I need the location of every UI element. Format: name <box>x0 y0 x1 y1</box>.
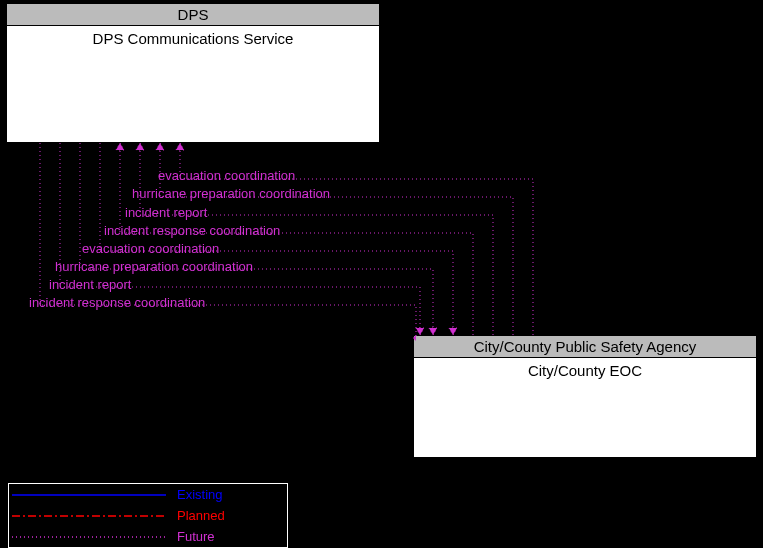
flow-label-4: incident response coordination <box>104 223 280 238</box>
entity-dps: DPS DPS Communications Service <box>6 3 380 143</box>
entity-dps-header: DPS <box>7 4 379 26</box>
flow-label-2: hurricane preparation coordination <box>132 186 330 201</box>
legend-row-existing: Existing <box>9 484 287 505</box>
legend: Existing Planned Future <box>8 483 288 548</box>
legend-text-future: Future <box>177 529 215 544</box>
entity-eoc-header: City/County Public Safety Agency <box>414 336 756 358</box>
flow-label-5: evacuation coordination <box>82 241 219 256</box>
flow-label-1: evacuation coordination <box>158 168 295 183</box>
svg-marker-6 <box>449 328 457 335</box>
legend-row-future: Future <box>9 526 287 547</box>
legend-row-planned: Planned <box>9 505 287 526</box>
legend-line-planned <box>9 505 169 526</box>
svg-marker-5 <box>116 143 124 150</box>
legend-text-planned: Planned <box>177 508 225 523</box>
svg-marker-7 <box>429 328 437 335</box>
entity-eoc-title: City/County EOC <box>414 358 756 383</box>
svg-marker-2 <box>176 143 184 150</box>
flow-label-8: incident response coordination <box>29 295 205 310</box>
svg-marker-4 <box>136 143 144 150</box>
svg-marker-3 <box>156 143 164 150</box>
svg-marker-8 <box>416 328 424 335</box>
entity-eoc: City/County Public Safety Agency City/Co… <box>413 335 757 458</box>
legend-line-future <box>9 526 169 547</box>
flow-label-3: incident report <box>125 205 207 220</box>
legend-text-existing: Existing <box>177 487 223 502</box>
flow-label-7: incident report <box>49 277 131 292</box>
flow-label-6: hurricane preparation coordination <box>55 259 253 274</box>
legend-line-existing <box>9 484 169 505</box>
entity-dps-title: DPS Communications Service <box>7 26 379 51</box>
